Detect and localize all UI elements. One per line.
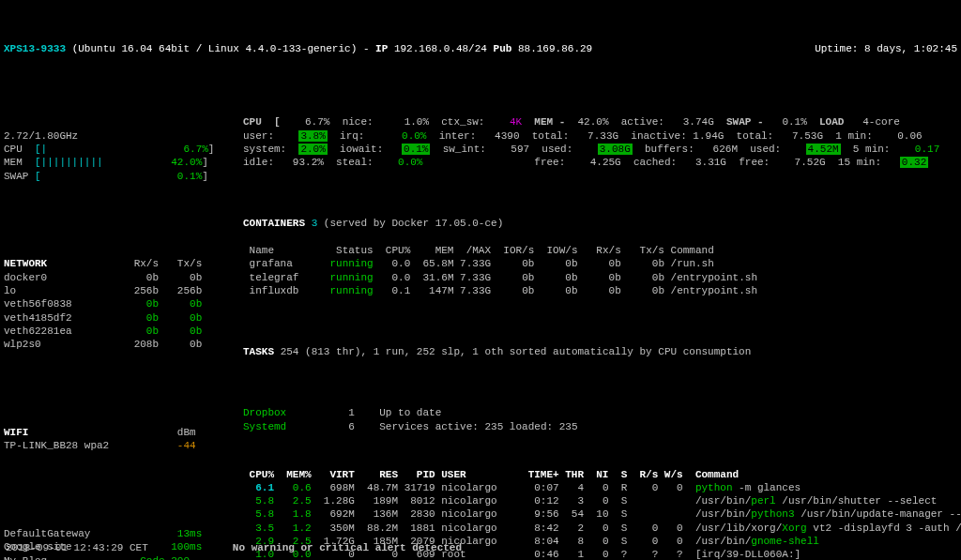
footer: 2018-09-01 12:43:29 CETNo warning or cri… — [6, 541, 955, 554]
tasks-block: TASKS 254 (813 thr), 1 run, 252 slp, 1 o… — [243, 332, 961, 359]
network-block: NETWORK Rx/s Tx/s docker0 0b 0b lo 256b … — [4, 244, 243, 365]
titlebar: XPS13-9333 (Ubuntu 16.04 64bit / Linux 4… — [0, 40, 961, 58]
amps-block: Dropbox 1 Up to date Systemd 6 Services … — [243, 393, 961, 433]
wifi-block: WIFI dBm TP-LINK_BB28 wpa2 -44 — [4, 413, 243, 466]
quicklook: 2.72/1.80GHz CPU [| 6.7%] MEM [|||||||||… — [4, 115, 243, 196]
containers-block: CONTAINERS 3 (served by Docker 17.05.0-c… — [243, 204, 961, 297]
cpu-detail: CPU [ 6.7% nice: 1.0% ctx_sw: 4K MEM - 4… — [243, 102, 961, 169]
